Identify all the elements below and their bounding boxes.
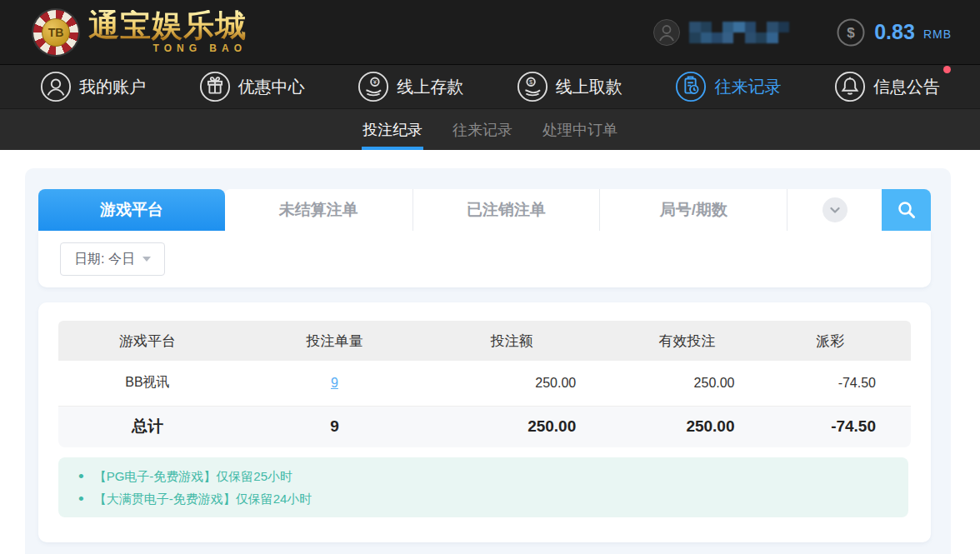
notes-box: • 【PG电子-免费游戏】仅保留25小时 • 【大满贯电子-免费游戏】仅保留24… bbox=[58, 457, 908, 517]
clipboard-clock-icon bbox=[675, 71, 707, 102]
nav-item-my-account[interactable]: 我的账户 bbox=[40, 71, 146, 102]
nav-item-deposit[interactable]: ¥ 线上存款 bbox=[358, 71, 463, 102]
balance-amount: 0.83 bbox=[874, 20, 915, 44]
total-valid-bet: 250.00 bbox=[624, 406, 782, 447]
total-count: 9 bbox=[237, 406, 432, 447]
user-icon bbox=[40, 71, 72, 102]
total-bet-amount: 250.00 bbox=[432, 406, 624, 447]
cell-payout: -74.50 bbox=[783, 361, 911, 406]
user-avatar-icon[interactable] bbox=[652, 18, 681, 47]
nav-item-promotions[interactable]: 优惠中心 bbox=[199, 71, 305, 102]
cell-valid-bet: 250.00 bbox=[624, 361, 782, 406]
dollar-icon: $ bbox=[836, 17, 866, 47]
expand-filters-button[interactable] bbox=[787, 189, 882, 231]
deposit-coin-icon: ¥ bbox=[358, 71, 389, 102]
poker-chip-icon: TB bbox=[33, 10, 78, 55]
table-total-row: 总计 9 250.00 250.00 -74.50 bbox=[58, 406, 911, 447]
table-header-row: 游戏平台 投注单量 投注额 有效投注 派彩 bbox=[58, 321, 911, 361]
note-line: • 【PG电子-免费游戏】仅保留25小时 bbox=[58, 465, 908, 487]
brand-logo[interactable]: TB 通宝娱乐城 TONG BAO bbox=[33, 10, 247, 55]
balance-currency: RMB bbox=[923, 27, 952, 41]
nav-label: 线上存款 bbox=[397, 76, 463, 98]
col-header-bet-count: 投注单量 bbox=[237, 321, 432, 361]
nav-item-records[interactable]: 往来记录 bbox=[675, 71, 781, 102]
username-masked bbox=[689, 22, 789, 43]
notification-dot bbox=[943, 66, 951, 73]
col-header-bet-amount: 投注额 bbox=[432, 321, 624, 361]
bet-summary-table: 游戏平台 投注单量 投注额 有效投注 派彩 BB视讯 9 250.00 250.… bbox=[58, 321, 911, 447]
results-card: 游戏平台 投注单量 投注额 有效投注 派彩 BB视讯 9 250.00 250.… bbox=[38, 302, 931, 542]
cell-bet-amount: 250.00 bbox=[432, 361, 624, 406]
col-header-valid-bet: 有效投注 bbox=[624, 321, 782, 361]
note-line: • 【大满贯电子-免费游戏】仅保留24小时 bbox=[58, 487, 908, 510]
magnifier-icon bbox=[896, 199, 918, 221]
tab-game-platform[interactable]: 游戏平台 bbox=[38, 189, 225, 231]
balance[interactable]: $ 0.83 RMB bbox=[836, 17, 952, 47]
bullet-icon: • bbox=[78, 487, 84, 510]
main-nav: 我的账户 优惠中心 ¥ 线上存款 $ 线上取款 往来记录 信息公告 bbox=[0, 64, 980, 108]
cell-platform: BB视讯 bbox=[58, 361, 237, 406]
nav-label: 优惠中心 bbox=[238, 76, 305, 98]
search-button[interactable] bbox=[882, 189, 931, 231]
tab-round-number[interactable]: 局号/期数 bbox=[599, 189, 787, 231]
brand-text: 通宝娱乐城 TONG BAO bbox=[88, 10, 247, 54]
gift-icon bbox=[199, 71, 231, 102]
bell-icon bbox=[834, 71, 866, 102]
content-panel: 游戏平台 未结算注单 已注销注单 局号/期数 日期: 今日 游戏平台 投注单量 … bbox=[25, 168, 951, 554]
user-area: $ 0.83 RMB bbox=[652, 17, 952, 47]
subnav-tab-betting-records[interactable]: 投注纪录 bbox=[362, 109, 422, 150]
top-header: TB 通宝娱乐城 TONG BAO $ 0.83 RMB bbox=[0, 0, 980, 64]
caret-down-icon bbox=[142, 257, 151, 262]
date-filter-select[interactable]: 日期: 今日 bbox=[60, 242, 165, 276]
date-filter-value: 日期: 今日 bbox=[74, 251, 135, 268]
filter-tabstrip: 游戏平台 未结算注单 已注销注单 局号/期数 bbox=[38, 189, 931, 231]
subnav-tab-processing-orders[interactable]: 处理中订单 bbox=[542, 109, 618, 150]
col-header-payout: 派彩 bbox=[783, 321, 911, 361]
chevron-down-icon bbox=[822, 197, 848, 222]
nav-label: 我的账户 bbox=[79, 76, 146, 98]
note-text: 【大满贯电子-免费游戏】仅保留24小时 bbox=[94, 487, 312, 510]
total-payout: -74.50 bbox=[783, 406, 911, 447]
col-header-platform: 游戏平台 bbox=[58, 321, 237, 361]
subnav-tab-transaction-records[interactable]: 往来记录 bbox=[452, 109, 512, 150]
nav-label: 信息公告 bbox=[873, 76, 940, 98]
nav-label: 往来记录 bbox=[714, 76, 781, 98]
chip-monogram: TB bbox=[42, 18, 70, 47]
filter-card: 日期: 今日 bbox=[38, 231, 931, 287]
nav-item-announcements[interactable]: 信息公告 bbox=[834, 71, 940, 102]
brand-name-en: TONG BAO bbox=[153, 42, 247, 54]
nav-item-withdraw[interactable]: $ 线上取款 bbox=[517, 71, 622, 102]
tab-unsettled-bets[interactable]: 未结算注单 bbox=[225, 189, 412, 231]
note-text: 【PG电子-免费游戏】仅保留25小时 bbox=[94, 465, 292, 487]
tab-cancelled-bets[interactable]: 已注销注单 bbox=[412, 189, 600, 231]
nav-label: 线上取款 bbox=[556, 76, 622, 98]
withdraw-coin-icon: $ bbox=[517, 71, 548, 102]
table-row: BB视讯 9 250.00 250.00 -74.50 bbox=[58, 361, 911, 406]
total-label: 总计 bbox=[58, 406, 237, 447]
sub-nav: 投注纪录 往来记录 处理中订单 bbox=[0, 108, 980, 150]
bet-count-link[interactable]: 9 bbox=[331, 376, 338, 390]
bullet-icon: • bbox=[78, 465, 84, 487]
brand-name-cn: 通宝娱乐城 bbox=[88, 10, 247, 41]
svg-text:$: $ bbox=[847, 25, 855, 41]
